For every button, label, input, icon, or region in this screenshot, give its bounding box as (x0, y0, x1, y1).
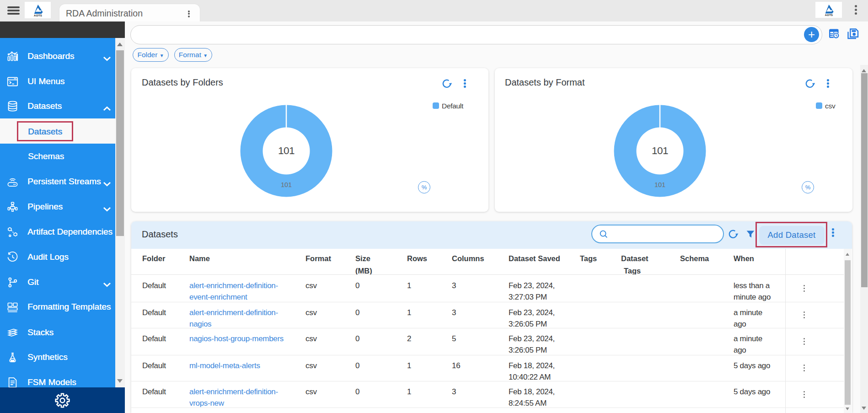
svg-text:AOTS: AOTS (825, 14, 832, 16)
